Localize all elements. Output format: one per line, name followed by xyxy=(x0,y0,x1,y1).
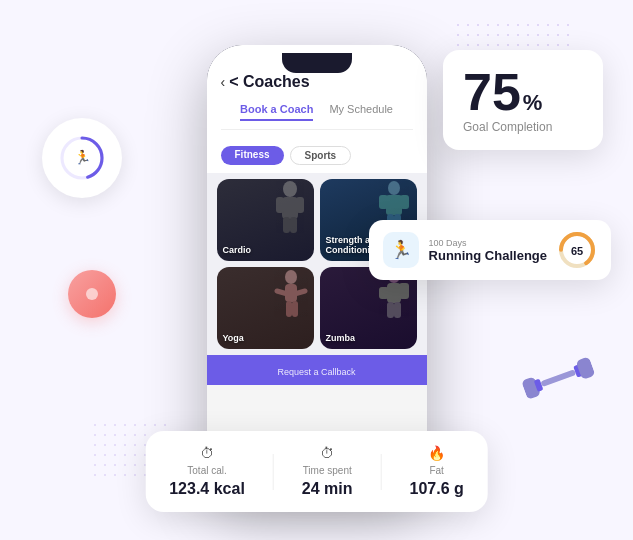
svg-rect-16 xyxy=(379,195,388,209)
stat-fat-icon-row: 🔥 xyxy=(428,445,445,461)
coach-card-yoga-bg: Yoga xyxy=(217,267,314,349)
bottom-cta-text: Request a Callback xyxy=(277,367,355,377)
filter-row: Fitness Sports xyxy=(207,138,427,173)
stat-calories-icon-row: ⏱ xyxy=(200,445,214,461)
stat-divider-2 xyxy=(381,454,382,490)
screen-title: < Coaches xyxy=(229,73,309,91)
running-circle-widget: 🏃 xyxy=(42,118,122,198)
challenge-info: 100 Days Running Challenge xyxy=(429,238,547,263)
stat-time-label: Time spent xyxy=(303,465,352,476)
challenge-run-icon: 🏃 xyxy=(390,239,412,261)
svg-rect-24 xyxy=(286,301,292,317)
goal-completion-card: 75 % Goal Completion xyxy=(443,50,603,150)
svg-rect-31 xyxy=(394,302,401,318)
svg-point-14 xyxy=(388,181,400,195)
bottom-cta-bar[interactable]: Request a Callback xyxy=(207,355,427,385)
calories-icon: ⏱ xyxy=(200,445,214,461)
coach-label-yoga: Yoga xyxy=(223,333,244,343)
challenge-icon-wrap: 🏃 xyxy=(383,232,419,268)
stat-fat-label: Fat xyxy=(429,465,443,476)
stat-divider-1 xyxy=(273,454,274,490)
svg-rect-13 xyxy=(290,217,297,233)
coach-card-cardio-bg: Cardio xyxy=(217,179,314,261)
coach-card-yoga[interactable]: Yoga xyxy=(217,267,314,349)
stat-calories: ⏱ Total cal. 123.4 kcal xyxy=(169,445,245,498)
svg-rect-5 xyxy=(540,369,576,387)
stat-fat-value: 107.6 g xyxy=(410,480,464,498)
svg-rect-10 xyxy=(276,197,284,213)
stats-card: ⏱ Total cal. 123.4 kcal ⏱ Time spent 24 … xyxy=(145,431,488,512)
dumbbell-icon xyxy=(518,349,599,411)
svg-rect-11 xyxy=(296,197,304,213)
svg-point-20 xyxy=(285,270,297,284)
tabs-row: Book a Coach My Schedule xyxy=(221,99,413,130)
svg-rect-29 xyxy=(399,283,409,299)
stat-calories-label: Total cal. xyxy=(187,465,226,476)
challenge-progress-ring: 65 xyxy=(557,230,597,270)
stat-time-value: 24 min xyxy=(302,480,353,498)
svg-rect-28 xyxy=(379,287,389,299)
svg-rect-17 xyxy=(400,195,409,209)
challenge-card: 🏃 100 Days Running Challenge 65 xyxy=(369,220,611,280)
pink-circle-inner xyxy=(86,288,98,300)
challenge-days: 100 Days xyxy=(429,238,547,248)
pink-circle-widget xyxy=(68,270,116,318)
tab-my-schedule[interactable]: My Schedule xyxy=(329,103,393,121)
back-nav[interactable]: ‹ < Coaches xyxy=(221,73,413,91)
stat-time-icon-row: ⏱ xyxy=(320,445,334,461)
challenge-name: Running Challenge xyxy=(429,248,547,263)
stat-calories-value: 123.4 kcal xyxy=(169,480,245,498)
filter-sports[interactable]: Sports xyxy=(290,146,352,165)
filter-fitness[interactable]: Fitness xyxy=(221,146,284,165)
time-icon: ⏱ xyxy=(320,445,334,461)
svg-rect-27 xyxy=(387,283,401,303)
svg-rect-30 xyxy=(387,302,394,318)
svg-text:🏃: 🏃 xyxy=(74,149,92,166)
svg-rect-25 xyxy=(292,301,298,317)
stat-time: ⏱ Time spent 24 min xyxy=(302,445,353,498)
back-chevron-icon: ‹ xyxy=(221,74,226,90)
goal-percent: % xyxy=(523,90,543,116)
fat-icon: 🔥 xyxy=(428,445,445,461)
coach-label-zumba: Zumba xyxy=(326,333,356,343)
svg-rect-15 xyxy=(386,195,402,215)
svg-point-8 xyxy=(283,181,297,197)
svg-rect-12 xyxy=(283,217,290,233)
svg-rect-9 xyxy=(282,197,298,219)
stat-fat: 🔥 Fat 107.6 g xyxy=(410,445,464,498)
goal-label: Goal Completion xyxy=(463,120,583,134)
coach-card-cardio[interactable]: Cardio xyxy=(217,179,314,261)
tab-book-coach[interactable]: Book a Coach xyxy=(240,103,313,121)
phone-notch xyxy=(282,53,352,73)
coach-label-cardio: Cardio xyxy=(223,245,252,255)
running-progress-ring: 🏃 xyxy=(57,133,107,183)
goal-value: 75 xyxy=(463,66,521,118)
svg-text:65: 65 xyxy=(571,245,583,257)
